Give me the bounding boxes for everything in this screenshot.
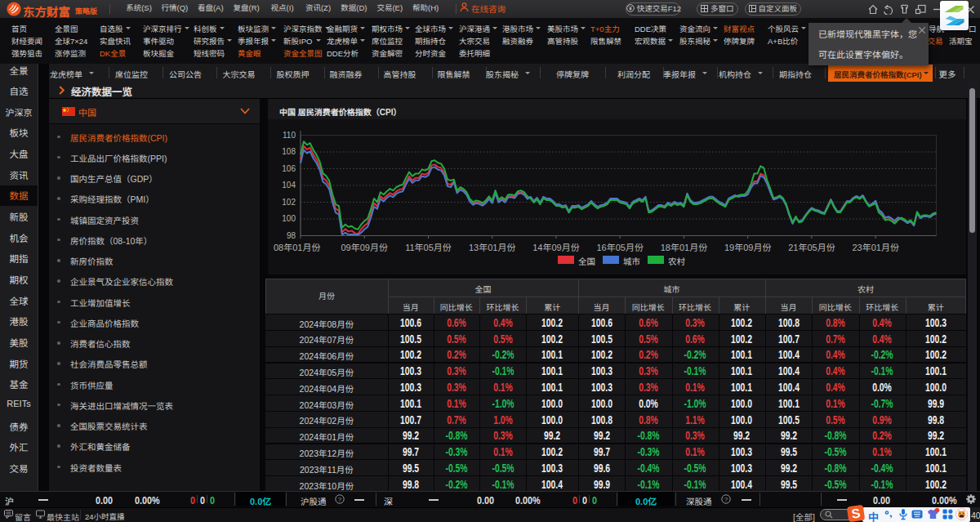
svg-text:?: ? (724, 496, 728, 503)
svg-text:?: ? (338, 496, 342, 503)
